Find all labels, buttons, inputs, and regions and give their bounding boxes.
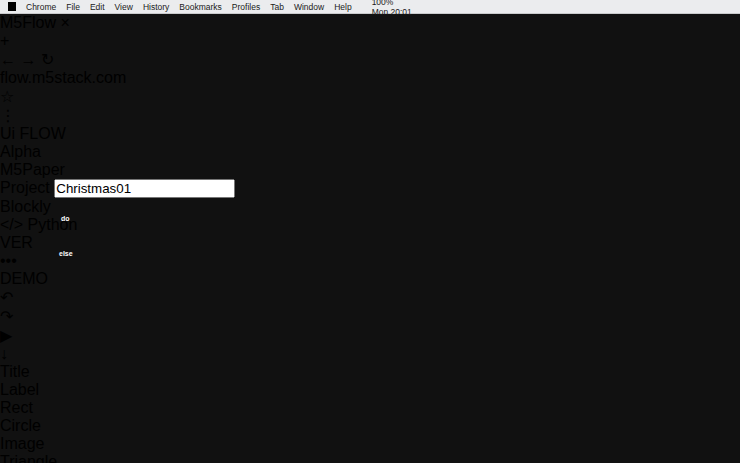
menu-item-help[interactable]: Help bbox=[334, 2, 351, 12]
palette-item-title[interactable]: Title bbox=[0, 363, 740, 381]
chrome-tab-strip: M5Flow × + bbox=[0, 14, 740, 50]
run-icon[interactable]: ▶ bbox=[0, 326, 740, 345]
code-icon: </> bbox=[0, 216, 23, 233]
menu-item-profiles[interactable]: Profiles bbox=[232, 2, 260, 12]
undo-icon[interactable]: ↶ bbox=[0, 288, 740, 307]
menu-item-history[interactable]: History bbox=[143, 2, 169, 12]
close-tab-icon[interactable]: × bbox=[60, 14, 69, 31]
uiflow-header: Ui FLOW Alpha M5Paper Project Blockly </… bbox=[0, 125, 740, 363]
menu-item-bookmarks[interactable]: Bookmarks bbox=[179, 2, 222, 12]
menu-item-edit[interactable]: Edit bbox=[90, 2, 105, 12]
mode-toggle: Blockly </> Python bbox=[0, 198, 740, 234]
menubar-clock[interactable]: Mon 20:01 bbox=[372, 7, 412, 17]
uiflow-logo[interactable]: Ui FLOW bbox=[0, 125, 740, 143]
ui-shape-palette: Title Label Rect Circle Image Triangle L… bbox=[0, 363, 740, 463]
palette-item-image[interactable]: Image bbox=[0, 435, 740, 453]
menu-item-file[interactable]: File bbox=[66, 2, 80, 12]
if-do-label: do bbox=[61, 215, 70, 222]
back-button[interactable]: ← bbox=[0, 51, 16, 68]
project-name-input[interactable] bbox=[54, 179, 235, 198]
version-device-label: Alpha M5Paper bbox=[0, 143, 740, 179]
menu-item-view[interactable]: View bbox=[115, 2, 133, 12]
logo-text: Ui bbox=[0, 125, 15, 142]
if-else-label: else bbox=[59, 250, 73, 257]
url-text: flow.m5stack.com bbox=[0, 69, 126, 86]
apple-menu-icon[interactable] bbox=[8, 2, 16, 11]
redo-icon[interactable]: ↷ bbox=[0, 307, 740, 326]
new-tab-button[interactable]: + bbox=[0, 32, 9, 49]
address-bar[interactable]: flow.m5stack.com bbox=[0, 69, 740, 87]
forward-button[interactable]: → bbox=[20, 51, 36, 68]
demo-badge-icon[interactable]: DEMO bbox=[0, 270, 48, 287]
palette-item-circle[interactable]: Circle bbox=[0, 417, 740, 435]
download-icon[interactable]: ↓ bbox=[0, 345, 740, 363]
tab-python[interactable]: </> Python bbox=[0, 216, 740, 234]
console-icon[interactable]: ••• bbox=[0, 252, 740, 270]
tab-blockly[interactable]: Blockly bbox=[0, 198, 740, 216]
menu-item-tab[interactable]: Tab bbox=[270, 2, 284, 12]
palette-item-rect[interactable]: Rect bbox=[0, 399, 740, 417]
menu-item-chrome[interactable]: Chrome bbox=[26, 2, 56, 12]
project-label: Project bbox=[0, 179, 50, 196]
browser-tab[interactable]: M5Flow × bbox=[0, 14, 740, 32]
chrome-menu-icon[interactable]: ⋮ bbox=[0, 107, 16, 124]
version-badge-icon[interactable]: VER bbox=[0, 234, 33, 251]
menu-item-window[interactable]: Window bbox=[294, 2, 324, 12]
palette-item-triangle[interactable]: Triangle bbox=[0, 453, 740, 463]
palette-item-label[interactable]: Label bbox=[0, 381, 740, 399]
chrome-toolbar: ← → ↻ flow.m5stack.com ☆ ⋮ bbox=[0, 50, 740, 125]
reload-button[interactable]: ↻ bbox=[41, 51, 54, 68]
bookmark-star-icon[interactable]: ☆ bbox=[0, 88, 14, 105]
tab-title: M5Flow bbox=[0, 14, 56, 31]
macos-menubar: Chrome File Edit View History Bookmarks … bbox=[0, 0, 740, 14]
